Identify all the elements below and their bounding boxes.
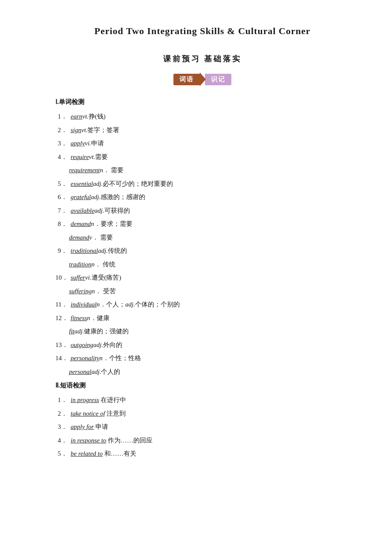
tag-right: 识记 [205,74,231,85]
subtitle: 课前预习 基础落实 [55,54,349,64]
list-item: 2． take notice of 注意到 [55,408,349,419]
list-item: 10． suffervi.遭受(痛苦) [55,272,349,283]
sub-item: fitadj.健康的；强健的 [69,326,349,337]
sub-item: demandv． 需要 [69,232,349,243]
tag-left: 词语 [173,74,200,85]
section1-header: Ⅰ.单词检测 [55,98,349,106]
list-item: 9． traditionaladj.传统的 [55,246,349,257]
page-container: Period Two Integrating Skills & Cultural… [55,26,349,460]
list-item: 12． fitnessn．健康 [55,313,349,324]
page-title: Period Two Integrating Skills & Cultural… [55,26,349,37]
sub-item: traditionn． 传统 [69,259,349,270]
list-item: 11． individualn．个人；adj.个体的；个别的 [55,299,349,310]
list-item: 2． signvt.签字；签署 [55,125,349,136]
phrase-list: 1． in progress 在进行中 2． take notice of 注意… [55,395,349,460]
list-item: 14． personalityn．个性；性格 [55,353,349,364]
list-item: 1． earnvt.挣(钱) [55,111,349,122]
list-item: 13． outgoingadj.外向的 [55,340,349,351]
list-item: 5． be related to 和……有关 [55,448,349,460]
list-item: 7． availableadj.可获得的 [55,205,349,217]
tag-row: 词语 识记 [55,72,349,86]
list-item: 8． demandn．要求；需要 [55,219,349,230]
sub-item: sufferingn． 受苦 [69,286,349,297]
list-item: 3． applyvi.申请 [55,138,349,149]
list-item: 4． requirevt.需要 [55,152,349,163]
sub-item: requirementn． 需要 [69,165,349,176]
list-item: 3． apply for 申请 [55,422,349,433]
tag-arrow [200,72,206,86]
sub-item: personaladj.个人的 [69,367,349,378]
list-item: 4． in response to 作为……的回应 [55,435,349,446]
word-list: 1． earnvt.挣(钱) 2． signvt.签字；签署 3． applyv… [55,111,349,377]
list-item: 6． gratefuladj.感激的；感谢的 [55,192,349,203]
section2-header: Ⅱ.短语检测 [55,382,349,390]
list-item: 5． essentialadj.必不可少的；绝对重要的 [55,179,349,190]
list-item: 1． in progress 在进行中 [55,395,349,406]
